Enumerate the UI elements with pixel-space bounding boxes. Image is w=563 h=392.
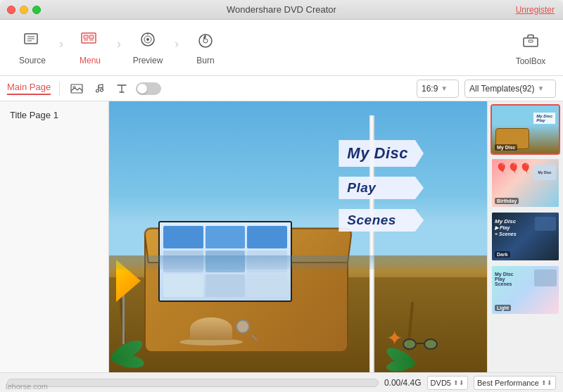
main-page-tab[interactable]: Main Page — [7, 82, 51, 95]
toggle-switch[interactable] — [136, 82, 161, 95]
canvas-area[interactable]: ✦ My Disc Play Scenes — [109, 101, 487, 372]
arrow-3: › — [175, 37, 179, 51]
toolbar-menu[interactable]: Menu — [65, 23, 115, 72]
template-thumb-2[interactable]: 🎈🎈🎈 My Disc Birthday — [491, 158, 560, 208]
menu-icon — [80, 30, 100, 53]
preview-label: Preview — [133, 56, 163, 65]
main-content: Title Page 1 — [0, 101, 563, 372]
toolbar-toolbox[interactable]: ToolBox — [505, 30, 556, 66]
toolbar-preview[interactable]: Preview — [122, 23, 173, 72]
svg-rect-6 — [89, 35, 94, 39]
traffic-lights — [7, 6, 41, 14]
toolbox-label: ToolBox — [516, 56, 546, 66]
left-panel: Title Page 1 — [0, 101, 109, 372]
progress-text: 0.00/4.4G — [384, 378, 422, 388]
sign-mydisc: My Disc — [339, 140, 424, 167]
disc-chevron-icon: ⬆⬇ — [453, 379, 464, 386]
maximize-button[interactable] — [32, 6, 41, 14]
performance-dropdown[interactable]: Best Performance ⬆⬇ — [474, 376, 556, 390]
bottom-bar: 0.00/4.4G DVD5 ⬆⬇ Best Performance ⬆⬇ le… — [0, 372, 563, 392]
template-thumb-1[interactable]: My DiscPlay My Disc — [491, 104, 560, 155]
add-music-button[interactable] — [91, 80, 108, 97]
template-thumb-3[interactable]: My Disc▶ Play≡ Scenes Dark — [491, 211, 560, 262]
sign-scenes: Scenes — [339, 209, 424, 232]
sub-toolbar: Main Page 16:9 ▼ All Templates — [0, 76, 563, 101]
svg-rect-16 — [529, 40, 533, 42]
close-button[interactable] — [7, 6, 15, 14]
separator-1 — [59, 82, 60, 96]
svg-rect-5 — [84, 35, 88, 39]
unregister-link[interactable]: Unregister — [516, 5, 555, 15]
toolbar-burn[interactable]: Burn — [180, 23, 231, 72]
burn-icon — [196, 30, 215, 53]
add-image-button[interactable] — [68, 80, 85, 97]
progress-bar-wrap — [7, 379, 379, 387]
template-thumb-4[interactable]: My DiscPlayScenes Light — [491, 265, 560, 315]
title-page-item[interactable]: Title Page 1 — [6, 107, 103, 123]
burn-label: Burn — [196, 56, 214, 65]
arrow-2: › — [117, 37, 121, 51]
title-bar: Wondershare DVD Creator Unregister — [0, 0, 563, 20]
aspect-ratio-dropdown[interactable]: 16:9 ▼ — [417, 80, 459, 98]
sub-toolbar-right: 16:9 ▼ All Templates(92) ▼ — [417, 80, 556, 98]
main-toolbar: Source › Menu › Preview › — [0, 20, 563, 76]
svg-point-14 — [203, 39, 208, 43]
menu-label: Menu — [80, 56, 101, 65]
dvd-preview: ✦ My Disc Play Scenes — [109, 101, 487, 372]
preview-icon — [138, 30, 158, 53]
disc-type-dropdown[interactable]: DVD5 ⬆⬇ — [427, 376, 468, 390]
source-label: Source — [19, 56, 46, 65]
toolbar-source[interactable]: Source — [7, 23, 58, 72]
app-title: Wondershare DVD Creator — [227, 4, 336, 15]
add-text-button[interactable] — [113, 80, 130, 97]
sign-play: Play — [339, 177, 424, 199]
arrow-1: › — [59, 37, 63, 51]
template-filter-dropdown[interactable]: All Templates(92) ▼ — [464, 80, 556, 98]
toolbox-icon — [521, 30, 540, 53]
watermark: lehorse.com — [6, 382, 48, 391]
template-panel: My DiscPlay My Disc 🎈🎈🎈 My Disc Birthday… — [487, 101, 563, 372]
chevron-down-icon-2: ▼ — [537, 84, 544, 92]
svg-point-11 — [146, 38, 149, 41]
performance-chevron-icon: ⬆⬇ — [541, 379, 552, 386]
source-icon — [23, 30, 42, 53]
chevron-down-icon: ▼ — [441, 84, 448, 92]
minimize-button[interactable] — [20, 6, 28, 14]
